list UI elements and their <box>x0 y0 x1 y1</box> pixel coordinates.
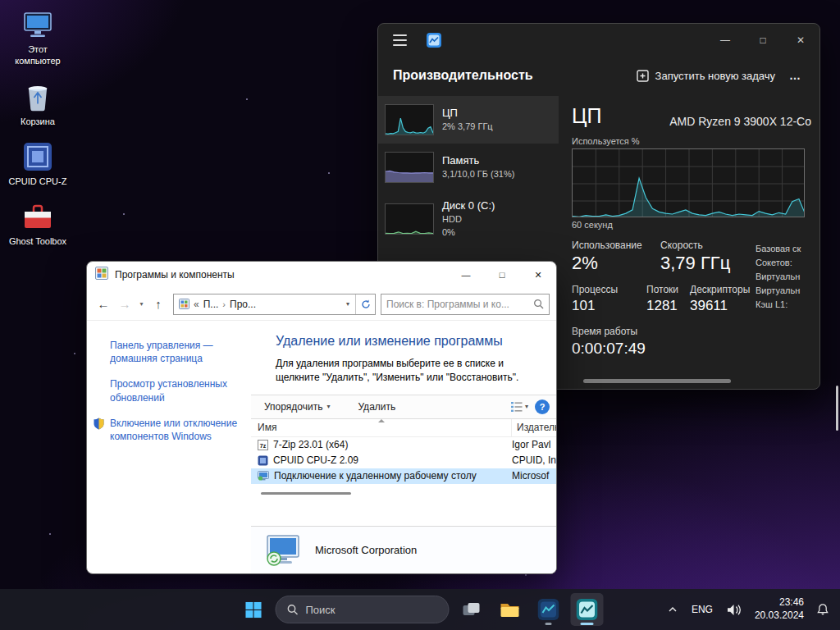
task-manager-titlebar: — □ ✕ <box>378 24 819 57</box>
program-publisher: Igor Pavl <box>512 439 556 450</box>
taskbar-search[interactable]: Поиск <box>276 596 450 623</box>
screen-edge-scrollbar[interactable] <box>836 386 838 431</box>
stat-value: 39611 <box>690 298 750 314</box>
sort-ascending-icon <box>378 419 385 422</box>
start-button[interactable] <box>237 593 270 626</box>
cpuz-small-icon <box>258 455 268 466</box>
uptime-value: 0:00:07:49 <box>572 340 819 358</box>
scrollbar-thumb[interactable] <box>261 492 351 495</box>
sidebar-item-title: ЦП <box>442 107 493 119</box>
breadcrumb-overflow[interactable]: « <box>194 299 199 310</box>
column-header-name[interactable]: Имя <box>251 419 512 436</box>
up-button[interactable]: ↑ <box>148 294 168 315</box>
close-button[interactable]: ✕ <box>520 262 556 288</box>
breadcrumb-separator-icon: › <box>222 299 226 309</box>
program-row-7zip[interactable]: 7z 7-Zip 23.01 (x64) Igor Pavl <box>251 437 556 453</box>
minimize-button[interactable]: — <box>448 262 484 288</box>
sidebar-link-installed-updates[interactable]: Просмотр установленных обновлений <box>110 377 246 404</box>
uninstall-button[interactable]: Удалить <box>351 398 402 416</box>
sidebar-link-home[interactable]: Панель управления — домашняя страница <box>110 339 246 365</box>
horizontal-scrollbar[interactable] <box>583 379 731 383</box>
cpu-spec-labels: Базовая ск Сокетов: Виртуальн Виртуальн … <box>756 242 819 312</box>
desktop-icon-label: Этот компьютер <box>5 43 71 67</box>
minimize-button[interactable]: — <box>706 24 744 57</box>
task-manager-app-icon <box>427 33 441 48</box>
taskbar-app-task-manager-active[interactable] <box>571 593 604 626</box>
more-options-button[interactable]: … <box>782 69 808 82</box>
desktop-icon-label: Ghost Toolbox <box>9 235 66 247</box>
list-header: Имя Издатель <box>251 419 556 437</box>
sidebar-item-memory[interactable]: Память 3,1/10,0 ГБ (31%) <box>378 144 559 191</box>
stat-label: Потоки <box>646 284 690 295</box>
desktop-icon-label: CPUID CPU-Z <box>9 176 67 187</box>
chart-y-axis-label: Используется % <box>572 136 819 146</box>
task-manager-header: Производительность Запустить новую задач… <box>378 57 819 94</box>
desktop-icon-recycle-bin[interactable]: Корзина <box>5 80 71 127</box>
search-input[interactable] <box>386 299 533 310</box>
clock[interactable]: 23:46 20.03.2024 <box>750 596 809 622</box>
column-header-publisher[interactable]: Издатель <box>512 422 556 433</box>
bell-icon <box>816 603 829 616</box>
recycle-bin-icon <box>25 80 51 112</box>
menu-icon[interactable] <box>393 34 407 46</box>
page-heading: Удаление или изменение программы <box>276 334 556 349</box>
remote-desktop-icon <box>258 471 269 482</box>
file-explorer-icon <box>500 599 521 620</box>
cpu-detail-panel: ЦП AMD Ryzen 9 3900X 12-Co Используется … <box>559 94 819 389</box>
desktop-icon-cpuz[interactable]: CPUID CPU-Z <box>5 140 71 187</box>
command-bar: Упорядочить ▾ Удалить ▾ ? <box>251 395 556 419</box>
tray-date: 20.03.2024 <box>755 609 804 623</box>
desktop-icon-ghost-toolbox[interactable]: Ghost Toolbox <box>5 200 71 247</box>
desktop-icon-label: Корзина <box>21 116 55 127</box>
maximize-button[interactable]: □ <box>484 262 520 288</box>
search-box[interactable] <box>381 294 550 315</box>
tray-show-hidden-icons-button[interactable] <box>662 600 683 619</box>
forward-button[interactable]: → <box>115 294 135 315</box>
recent-pages-chevron-icon[interactable]: ▾ <box>136 300 147 308</box>
volume-button[interactable] <box>721 597 748 623</box>
maximize-button[interactable]: □ <box>744 24 782 57</box>
list-horizontal-scrollbar <box>251 489 556 499</box>
program-row-cpuz[interactable]: CPUID CPU-Z 2.09 CPUID, In <box>251 453 556 468</box>
program-name: Подключение к удаленному рабочему столу <box>274 470 477 482</box>
details-pane: Microsoft Corporation <box>251 526 556 573</box>
language-indicator[interactable]: ENG <box>685 604 719 615</box>
programs-app-icon <box>95 267 108 283</box>
notification-center-button[interactable] <box>810 596 835 623</box>
sidebar-link-windows-features[interactable]: Включение или отключение компонентов Win… <box>94 417 246 443</box>
search-icon <box>533 299 544 309</box>
chevron-down-icon: ▾ <box>326 403 330 410</box>
new-task-icon <box>637 70 649 82</box>
taskbar-app-task-view[interactable] <box>455 593 488 626</box>
uptime-label: Время работы <box>572 326 819 337</box>
control-panel-sidebar: Панель управления — домашняя страница Пр… <box>87 321 251 573</box>
sidebar-item-disk[interactable]: Диск 0 (C:) HDD 0% <box>378 191 559 247</box>
sidebar-item-subtitle2: 0% <box>442 226 495 238</box>
breadcrumb-crumb[interactable]: Про... <box>230 299 256 310</box>
change-view-button[interactable]: ▾ <box>511 402 528 412</box>
chart-x-axis-label: 60 секунд <box>572 220 819 230</box>
sidebar-item-subtitle: 2% 3,79 ГГц <box>442 121 493 132</box>
help-button[interactable]: ? <box>535 399 550 414</box>
close-button[interactable]: ✕ <box>782 24 819 57</box>
desktop-icon-this-pc[interactable]: Этот компьютер <box>5 8 71 67</box>
address-bar[interactable]: « П... › Про... ▾ <box>173 294 376 315</box>
window-title: Программы и компоненты <box>115 269 235 281</box>
breadcrumb-crumb[interactable]: П... <box>203 299 219 310</box>
details-view-icon <box>511 402 523 412</box>
taskbar-app-file-explorer[interactable] <box>494 593 527 626</box>
remote-desktop-large-icon <box>266 534 300 567</box>
back-button[interactable]: ← <box>94 294 113 315</box>
run-new-task-button[interactable]: Запустить новую задачу <box>630 65 782 87</box>
taskbar-app-task-manager[interactable] <box>532 593 565 626</box>
cpu-usage-chart <box>572 148 805 217</box>
breadcrumb[interactable]: « П... › Про... <box>174 294 340 314</box>
refresh-button[interactable] <box>355 294 375 314</box>
sidebar-item-cpu[interactable]: ЦП 2% 3,79 ГГц <box>378 96 559 144</box>
program-row-remote-desktop[interactable]: Подключение к удаленному рабочему столу … <box>251 468 556 484</box>
organize-button[interactable]: Упорядочить ▾ <box>258 398 336 416</box>
stat-label: Скорость <box>660 240 759 251</box>
address-dropdown-chevron-icon[interactable]: ▾ <box>340 294 355 314</box>
speaker-icon <box>727 604 742 616</box>
memory-thumbnail-chart <box>385 152 434 183</box>
